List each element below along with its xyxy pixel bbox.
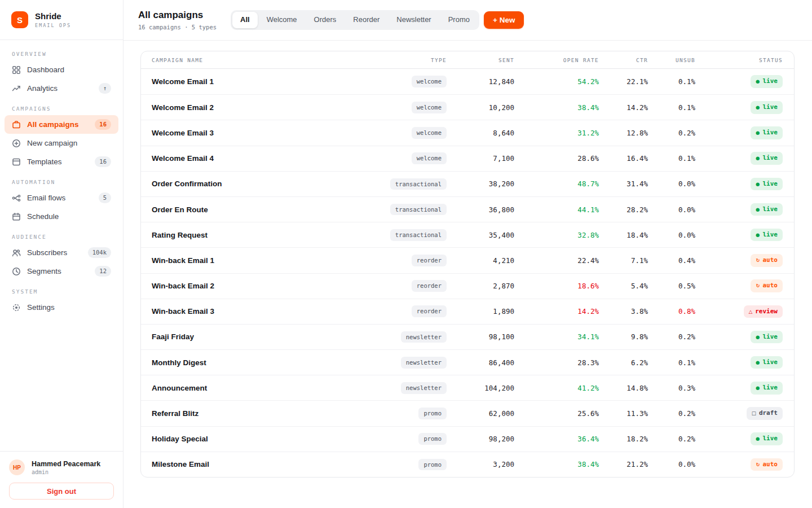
live-status-icon: ● bbox=[756, 335, 760, 340]
sidebar-item-schedule[interactable]: Schedule bbox=[5, 207, 118, 226]
page-title: All campaigns bbox=[138, 10, 231, 21]
sidebar-item-templates[interactable]: Templates16 bbox=[5, 152, 118, 171]
page-header: All campaigns 16 campaigns · 5 types All… bbox=[123, 0, 812, 41]
tab-welcome[interactable]: Welcome bbox=[259, 12, 305, 28]
sent-value: 1,890 bbox=[447, 307, 514, 316]
sidebar-item-analytics[interactable]: Analytics↑ bbox=[5, 79, 118, 98]
table-row[interactable]: Rating Requesttransactional35,40032.8%18… bbox=[141, 222, 794, 247]
sent-value: 4,210 bbox=[447, 256, 514, 265]
type-badge: reorder bbox=[412, 280, 447, 292]
status-cell: ●live bbox=[695, 382, 783, 395]
brand-name: Shride bbox=[35, 11, 71, 21]
table-row[interactable]: Holiday Specialpromo98,20036.4%18.2%0.2%… bbox=[141, 426, 794, 452]
table-row[interactable]: Faaji Fridaynewsletter98,10034.1%9.8%0.2… bbox=[141, 324, 794, 349]
users-icon bbox=[12, 248, 21, 257]
window-icon bbox=[12, 157, 21, 167]
unsub-value: 0.0% bbox=[648, 179, 695, 188]
plus-circle-icon bbox=[12, 139, 21, 148]
tab-orders[interactable]: Orders bbox=[306, 12, 345, 28]
live-status-icon: ● bbox=[756, 182, 760, 187]
campaign-name: Win-back Email 3 bbox=[152, 307, 373, 316]
table-row[interactable]: Welcome Email 4welcome7,10028.6%16.4%0.1… bbox=[141, 146, 794, 171]
table-row[interactable]: Referral Blitzpromo62,00025.6%11.3%0.2%□… bbox=[141, 400, 794, 426]
table-row[interactable]: Order En Routetransactional36,80044.1%28… bbox=[141, 196, 794, 222]
campaign-name: Holiday Special bbox=[152, 435, 373, 443]
sidebar-item-all-campaigns[interactable]: All campaigns16 bbox=[5, 115, 118, 134]
status-cell: ●live bbox=[695, 356, 783, 369]
type-badge: newsletter bbox=[401, 331, 447, 343]
open-rate-value: 54.2% bbox=[514, 77, 599, 86]
new-campaign-button[interactable]: + New bbox=[484, 11, 524, 29]
table-row[interactable]: Welcome Email 1welcome12,84054.2%22.1%0.… bbox=[141, 69, 794, 94]
unsub-value: 0.3% bbox=[648, 384, 695, 392]
table-row[interactable]: Milestone Emailpromo3,20038.4%21.2%0.0%↻… bbox=[141, 452, 794, 477]
type-cell: promo bbox=[373, 408, 447, 419]
live-status-icon: ● bbox=[756, 233, 760, 238]
type-badge: promo bbox=[418, 408, 447, 419]
sign-out-button[interactable]: Sign out bbox=[9, 483, 114, 500]
type-cell: promo bbox=[373, 459, 447, 471]
campaign-name: Welcome Email 4 bbox=[152, 154, 373, 163]
table-header-row: CAMPAIGN NAMETYPESENTOPEN RATECTRUNSUBST… bbox=[141, 51, 794, 69]
status-label: auto bbox=[763, 460, 778, 470]
sidebar-item-label: Settings bbox=[27, 303, 55, 312]
sidebar-item-segments[interactable]: Segments12 bbox=[5, 262, 118, 281]
sidebar-item-label: Schedule bbox=[27, 212, 59, 221]
type-badge: welcome bbox=[412, 152, 447, 164]
type-cell: reorder bbox=[373, 280, 447, 292]
type-cell: newsletter bbox=[373, 357, 447, 369]
open-rate-value: 22.4% bbox=[514, 256, 599, 265]
trend-icon bbox=[12, 84, 21, 93]
sent-value: 35,400 bbox=[447, 231, 514, 239]
tab-reorder[interactable]: Reorder bbox=[345, 12, 387, 28]
status-label: review bbox=[755, 307, 778, 317]
type-cell: reorder bbox=[373, 255, 447, 266]
ctr-value: 21.2% bbox=[599, 460, 648, 468]
sidebar-item-new-campaign[interactable]: New campaign bbox=[5, 134, 118, 152]
review-status-icon: △ bbox=[749, 309, 753, 314]
type-badge: newsletter bbox=[401, 382, 447, 394]
sidebar-item-settings[interactable]: Settings bbox=[5, 298, 118, 317]
open-rate-value: 32.8% bbox=[514, 231, 599, 239]
tab-promo[interactable]: Promo bbox=[440, 12, 478, 28]
live-status-icon: ● bbox=[756, 130, 760, 135]
status-label: draft bbox=[759, 409, 778, 418]
brand-tagline: EMAIL OPS bbox=[35, 23, 71, 28]
table-row[interactable]: Win-back Email 1reorder4,21022.4%7.1%0.4… bbox=[141, 247, 794, 273]
live-status-icon: ● bbox=[756, 436, 760, 441]
sidebar: S Shride EMAIL OPS OVERVIEWDashboardAnal… bbox=[0, 0, 123, 508]
live-status-icon: ● bbox=[756, 79, 760, 84]
type-badge: promo bbox=[418, 433, 447, 445]
campaign-name: Win-back Email 1 bbox=[152, 256, 373, 265]
table-row[interactable]: Announcementnewsletter104,20041.2%14.8%0… bbox=[141, 375, 794, 400]
sidebar-item-email-flows[interactable]: Email flows5 bbox=[5, 189, 118, 207]
unsub-value: 0.2% bbox=[648, 332, 695, 341]
nav-section-campaigns: CAMPAIGNSAll campaigns16New campaignTemp… bbox=[5, 106, 118, 171]
campaign-name: Welcome Email 2 bbox=[152, 103, 373, 112]
type-badge: welcome bbox=[412, 102, 447, 113]
live-status-icon: ● bbox=[756, 360, 760, 365]
status-badge: △review bbox=[744, 305, 783, 318]
brand-logo: S bbox=[11, 11, 28, 28]
table-row[interactable]: Order Confirmationtransactional38,20048.… bbox=[141, 171, 794, 196]
table-row[interactable]: Monthly Digestnewsletter86,40028.3%6.2%0… bbox=[141, 349, 794, 375]
live-status-icon: ● bbox=[756, 207, 760, 212]
table-row[interactable]: Welcome Email 2welcome10,20038.4%14.2%0.… bbox=[141, 94, 794, 120]
table-row[interactable]: Win-back Email 2reorder2,87018.6%5.4%0.5… bbox=[141, 273, 794, 299]
live-status-icon: ● bbox=[756, 386, 760, 391]
open-rate-value: 34.1% bbox=[514, 332, 599, 341]
open-rate-value: 48.7% bbox=[514, 179, 599, 188]
table-row[interactable]: Welcome Email 3welcome8,64031.2%12.8%0.2… bbox=[141, 120, 794, 145]
type-badge: promo bbox=[418, 459, 447, 471]
nav-section-automation: AUTOMATIONEmail flows5Schedule bbox=[5, 179, 118, 226]
live-status-icon: ● bbox=[756, 105, 760, 110]
status-label: live bbox=[763, 103, 778, 112]
sidebar-item-subscribers[interactable]: Subscribers104k bbox=[5, 243, 118, 262]
table-row[interactable]: Win-back Email 3reorder1,89014.2%3.8%0.8… bbox=[141, 299, 794, 324]
open-rate-value: 28.3% bbox=[514, 358, 599, 367]
sidebar-item-dashboard[interactable]: Dashboard bbox=[5, 60, 118, 79]
tab-newsletter[interactable]: Newsletter bbox=[389, 12, 439, 28]
open-rate-value: 18.6% bbox=[514, 282, 599, 290]
tab-all[interactable]: All bbox=[232, 12, 258, 28]
campaign-name: Monthly Digest bbox=[152, 358, 373, 367]
